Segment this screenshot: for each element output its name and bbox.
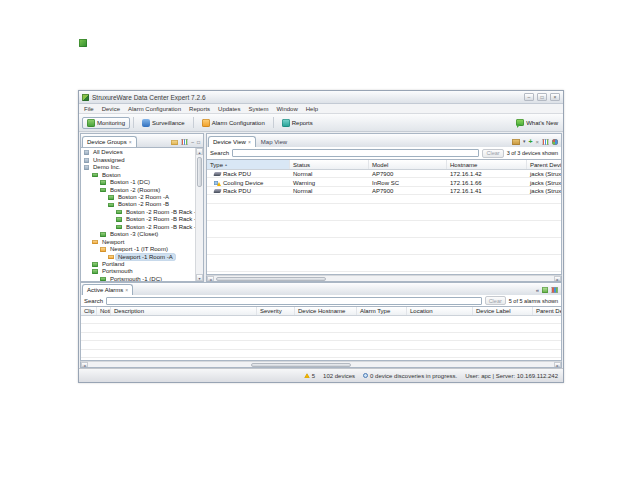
minimize-panel-icon[interactable]: – xyxy=(191,140,194,145)
menu-system[interactable]: System xyxy=(248,106,268,112)
device-row[interactable]: Rack PDUNormalAP7900172.16.1.41jacks (St… xyxy=(207,187,561,196)
alarm-horizontal-scrollbar[interactable]: ◂ ▸ xyxy=(80,361,562,368)
scroll-left-icon[interactable]: ◂ xyxy=(207,276,214,281)
column-header-model[interactable]: Model xyxy=(369,160,447,169)
maximize-button[interactable]: □ xyxy=(537,93,547,101)
whats-new-button[interactable]: What's New xyxy=(516,119,560,126)
status-bar: 5 102 devices 0 device discoveries in pr… xyxy=(79,368,563,382)
green-folder-icon xyxy=(116,217,122,222)
add-device-icon[interactable]: + xyxy=(528,138,532,145)
tree-item-all-devices[interactable]: All Devices xyxy=(81,149,195,156)
alarm-clear-button[interactable]: Clear xyxy=(485,296,506,305)
maximize-panel-icon[interactable]: □ xyxy=(197,140,200,145)
toolbar-button-surveillance[interactable]: Surveillance xyxy=(137,117,190,129)
title-bar[interactable]: StruxureWare Data Center Expert 7.2.6 – … xyxy=(79,91,563,104)
menu-help[interactable]: Help xyxy=(306,106,318,112)
tree-item-boston-2-room-b[interactable]: Boston -2 Room -B xyxy=(81,201,195,208)
device-search-input[interactable] xyxy=(232,149,479,157)
column-header-type[interactable]: Type▴ xyxy=(207,160,290,169)
tree-item-boston-3-closet[interactable]: Boston -3 (Closet) xyxy=(81,231,195,238)
pie-chart-icon[interactable] xyxy=(552,139,558,145)
tree-item-newport-1-room-a[interactable]: Newport -1 Room -A xyxy=(81,253,195,260)
menu-device[interactable]: Device xyxy=(102,106,120,112)
tree-item-newport-1-it-room[interactable]: Newport -1 (IT Room) xyxy=(81,246,195,253)
menu-window[interactable]: Window xyxy=(276,106,297,112)
close-tab-icon[interactable]: × xyxy=(248,140,251,145)
tab-device-groups[interactable]: Device Groups × xyxy=(82,136,137,147)
scroll-down-icon[interactable]: ▾ xyxy=(196,274,203,281)
menu-updates[interactable]: Updates xyxy=(218,106,240,112)
toolbar-button-reports[interactable]: Reports xyxy=(277,117,318,129)
column-header-alarm-type[interactable]: Alarm Type xyxy=(357,307,407,315)
collapse-panel-icon[interactable]: « xyxy=(536,287,539,293)
menu-file[interactable]: File xyxy=(84,106,94,112)
menu-alarm-configuration[interactable]: Alarm Configuration xyxy=(128,106,181,112)
alarm-table: ClipNotif...DescriptionSeverityDevice Ho… xyxy=(80,307,562,361)
scroll-left-icon[interactable]: ◂ xyxy=(81,362,88,367)
close-tab-icon[interactable]: × xyxy=(129,140,132,145)
column-header-status[interactable]: Status xyxy=(290,160,369,169)
tree-item-portland[interactable]: Portland xyxy=(81,261,195,268)
tree-item-portsmouth-1-dc[interactable]: Portsmouth -1 (DC) xyxy=(81,275,195,281)
tree-item-boston-1-dc[interactable]: Boston -1 (DC) xyxy=(81,179,195,186)
warning-icon xyxy=(304,373,309,377)
tree-item-boston-2-room-b-rack-1[interactable]: Boston -2 Room -B Rack -1 xyxy=(81,209,195,216)
column-header-hostname[interactable]: Hostname xyxy=(447,160,527,169)
column-header-label: Description xyxy=(114,308,144,314)
column-header-label: Model xyxy=(372,162,388,168)
column-header-severity[interactable]: Severity xyxy=(257,307,295,315)
close-button[interactable]: × xyxy=(550,93,560,101)
alarm-search-input[interactable] xyxy=(106,297,482,305)
column-header-clip[interactable]: Clip xyxy=(81,307,97,315)
tree-item-boston-2-room-b-rack-3[interactable]: Boston -2 Room -B Rack -3 xyxy=(81,223,195,230)
scrollbar-thumb[interactable] xyxy=(216,277,326,281)
chevron-down-icon[interactable]: ▾ xyxy=(523,139,526,144)
toolbox-icon[interactable] xyxy=(512,139,520,145)
tree-item-demo-inc[interactable]: Demo Inc. xyxy=(81,164,195,171)
scroll-up-icon[interactable]: ▴ xyxy=(196,148,203,155)
scroll-right-icon[interactable]: ▸ xyxy=(554,276,561,281)
device-clear-button[interactable]: Clear xyxy=(482,149,503,158)
column-header-notif[interactable]: Notif... xyxy=(97,307,111,315)
remove-device-icon[interactable]: × xyxy=(535,139,539,145)
folder-icon[interactable] xyxy=(171,140,178,145)
column-header-location[interactable]: Location xyxy=(407,307,473,315)
scrollbar-thumb[interactable] xyxy=(251,363,351,367)
scroll-right-icon[interactable]: ▸ xyxy=(554,362,561,367)
device-row[interactable]: Rack PDUNormalAP7900172.16.1.42jacks (St… xyxy=(207,170,561,179)
device-row[interactable]: Cooling DeviceWarningInRow SC172.16.1.66… xyxy=(207,179,561,188)
bar-chart-icon[interactable] xyxy=(542,139,549,145)
tree-item-boston-2-room-b-rack-2[interactable]: Boston -2 Room -B Rack -2 xyxy=(81,216,195,223)
column-header-label: Type xyxy=(210,162,223,168)
column-header-parent-device[interactable]: Parent Device xyxy=(527,160,561,169)
tree-item-newport[interactable]: Newport xyxy=(81,238,195,245)
menu-reports[interactable]: Reports xyxy=(189,106,210,112)
minimize-button[interactable]: – xyxy=(524,93,534,101)
bar-chart-icon[interactable] xyxy=(181,139,188,145)
status-session: User: apc | Server: 10.169.112.242 xyxy=(465,373,558,379)
bar-chart-icon[interactable] xyxy=(551,287,558,293)
close-tab-icon[interactable]: × xyxy=(125,288,128,293)
column-header-description[interactable]: Description xyxy=(111,307,257,315)
column-header-parent-device[interactable]: Parent Device xyxy=(533,307,561,315)
tree-item-boston[interactable]: Boston xyxy=(81,171,195,178)
tree-item-label: Portsmouth xyxy=(100,268,135,275)
column-header-device-label[interactable]: Device Label xyxy=(473,307,533,315)
green-folder-icon xyxy=(108,203,114,208)
export-icon[interactable] xyxy=(542,287,548,293)
device-horizontal-scrollbar[interactable]: ◂ ▸ xyxy=(206,275,562,282)
tree-item-unassigned[interactable]: Unassigned xyxy=(81,156,195,163)
tab-map-view[interactable]: Map View xyxy=(257,136,291,147)
scrollbar-thumb[interactable] xyxy=(197,157,202,187)
toolbar-button-monitoring[interactable]: Monitoring xyxy=(82,117,130,129)
tree-vertical-scrollbar[interactable]: ▴ ▾ xyxy=(195,148,203,281)
tree-item-boston-2-room-a[interactable]: Boston -2 Room -A xyxy=(81,194,195,201)
tab-device-view[interactable]: Device View × xyxy=(208,136,256,147)
tree-item-portsmouth[interactable]: Portsmouth xyxy=(81,268,195,275)
tab-active-alarms[interactable]: Active Alarms × xyxy=(82,284,133,295)
rack-pdu-icon xyxy=(213,189,221,193)
tree-item-boston-2-rooms[interactable]: Boston -2 (Rooms) xyxy=(81,186,195,193)
column-header-device-hostname[interactable]: Device Hostname xyxy=(295,307,357,315)
toolbar-button-alarm-configuration[interactable]: Alarm Configuration xyxy=(197,117,270,129)
alarm-configuration-icon xyxy=(202,119,210,127)
